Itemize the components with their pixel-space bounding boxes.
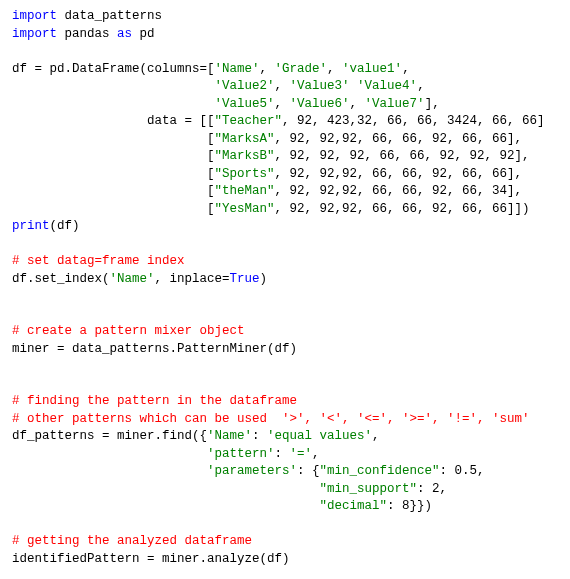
code-text: import data_patterns import pandas as pd… bbox=[12, 9, 545, 579]
code-block: import data_patterns import pandas as pd… bbox=[0, 0, 570, 579]
